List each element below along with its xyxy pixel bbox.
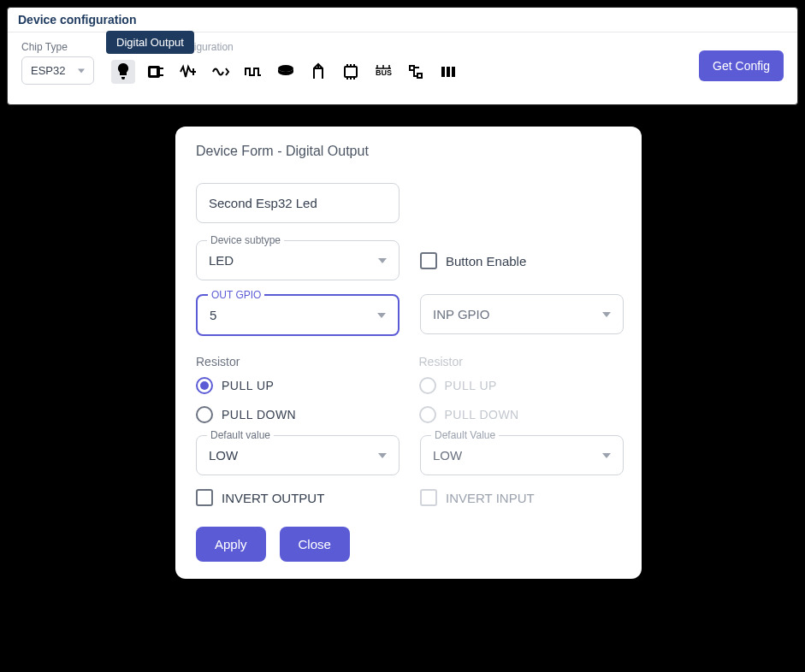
resistor-out-label: Resistor bbox=[196, 355, 399, 368]
radio-selected-icon bbox=[196, 377, 213, 394]
analog-out-icon[interactable] bbox=[209, 60, 233, 84]
select-new-config-label: Select a New configuration bbox=[111, 41, 784, 53]
radio-icon bbox=[196, 406, 213, 423]
pulldown-in-radio: PULL DOWN bbox=[419, 406, 622, 423]
switch-icon[interactable] bbox=[404, 60, 428, 84]
svg-point-2 bbox=[278, 65, 293, 72]
pullup-in-label: PULL UP bbox=[445, 379, 497, 392]
default-value-out-select[interactable]: Default value LOW bbox=[196, 435, 400, 475]
device-form-card: Device Form - Digital Output Device subt… bbox=[175, 127, 642, 579]
button-enable-label: Button Enable bbox=[446, 254, 526, 268]
invert-output-label: INVERT OUTPUT bbox=[222, 491, 324, 505]
pullup-out-radio[interactable]: PULL UP bbox=[196, 377, 399, 394]
invert-output-checkbox[interactable] bbox=[196, 489, 213, 506]
inp-gpio-select[interactable]: INP GPIO bbox=[420, 294, 624, 334]
controller-icon[interactable] bbox=[339, 60, 363, 84]
config-icon-row: BUS bbox=[111, 60, 784, 84]
default-in-value: LOW bbox=[433, 448, 462, 463]
bulb-icon[interactable] bbox=[111, 60, 135, 84]
relay-icon[interactable] bbox=[144, 60, 168, 84]
inp-gpio-placeholder: INP GPIO bbox=[433, 307, 489, 321]
svg-rect-6 bbox=[447, 67, 450, 77]
pulldown-out-label: PULL DOWN bbox=[222, 408, 296, 421]
button-enable-checkbox[interactable] bbox=[420, 252, 437, 269]
chip-type-select[interactable]: ESP32 bbox=[21, 56, 94, 85]
panel-title: Device configuration bbox=[8, 8, 797, 32]
config-middle: Digital Output Select a New configuratio… bbox=[111, 41, 784, 84]
pulldown-out-radio[interactable]: PULL DOWN bbox=[196, 406, 399, 423]
group-icon[interactable] bbox=[436, 60, 460, 84]
invert-input-label: INVERT INPUT bbox=[446, 491, 535, 505]
get-config-button[interactable]: Get Config bbox=[699, 50, 784, 81]
pulldown-in-label: PULL DOWN bbox=[445, 408, 519, 421]
out-gpio-select[interactable]: OUT GPIO 5 bbox=[196, 294, 400, 336]
default-out-value: LOW bbox=[209, 448, 238, 463]
out-gpio-value: 5 bbox=[210, 308, 216, 322]
form-title: Device Form - Digital Output bbox=[196, 144, 621, 159]
digital-output-tooltip: Digital Output bbox=[106, 31, 194, 54]
radio-disabled-icon bbox=[419, 406, 436, 423]
form-actions: Apply Close bbox=[196, 527, 621, 562]
pullup-in-radio: PULL UP bbox=[419, 377, 622, 394]
default-value-in-select: Default Value LOW bbox=[420, 435, 624, 475]
chip-type-label: Chip Type bbox=[21, 41, 94, 53]
close-button[interactable]: Close bbox=[280, 527, 350, 562]
radio-disabled-icon bbox=[419, 377, 436, 394]
pulse-icon[interactable] bbox=[241, 60, 265, 84]
bus-icon[interactable]: BUS bbox=[371, 60, 395, 84]
chip-type-value: ESP32 bbox=[31, 64, 65, 77]
svg-rect-7 bbox=[452, 67, 455, 77]
potentiometer-icon[interactable] bbox=[306, 60, 330, 84]
pullup-out-label: PULL UP bbox=[222, 379, 274, 392]
svg-rect-3 bbox=[345, 67, 357, 77]
svg-rect-5 bbox=[441, 67, 445, 77]
resistor-in-label: Resistor bbox=[419, 355, 622, 368]
panel-body: Chip Type ESP32 Digital Output Select a … bbox=[8, 32, 797, 93]
device-subtype-select[interactable]: Device subtype LED bbox=[196, 240, 400, 280]
invert-input-checkbox bbox=[420, 489, 437, 506]
svg-rect-1 bbox=[151, 68, 157, 75]
subtype-value: LED bbox=[209, 253, 234, 268]
chip-type-section: Chip Type ESP32 bbox=[21, 41, 94, 85]
analog-in-icon[interactable] bbox=[176, 60, 200, 84]
digital-in-icon[interactable] bbox=[274, 60, 298, 84]
device-name-input[interactable] bbox=[196, 183, 400, 223]
device-config-panel: Device configuration Chip Type ESP32 Dig… bbox=[7, 7, 798, 105]
svg-text:BUS: BUS bbox=[376, 68, 392, 77]
apply-button[interactable]: Apply bbox=[196, 527, 266, 562]
